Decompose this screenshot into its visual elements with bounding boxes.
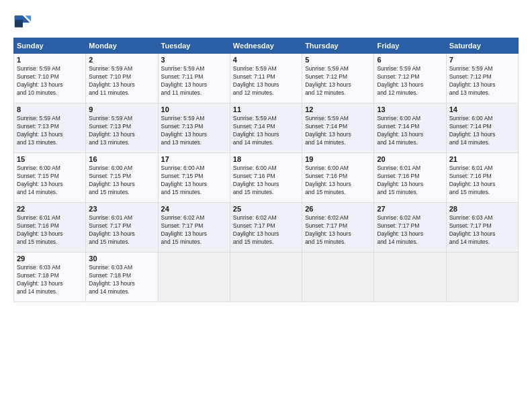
table-row: 28Sunrise: 6:03 AMSunset: 7:17 PMDayligh… [446,203,518,253]
day-number: 12 [305,105,371,113]
day-number: 16 [89,155,154,163]
day-info: Sunrise: 6:00 AMSunset: 7:16 PMDaylight:… [305,165,371,197]
day-info: Sunrise: 6:00 AMSunset: 7:14 PMDaylight:… [377,115,443,147]
weekday-header-row: Sunday Monday Tuesday Wednesday Thursday… [14,38,519,54]
table-row: 8Sunrise: 5:59 AMSunset: 7:13 PMDaylight… [14,103,86,153]
day-number: 1 [17,56,83,64]
header-monday: Monday [86,38,158,54]
day-info: Sunrise: 5:59 AMSunset: 7:12 PMDaylight:… [449,65,515,97]
table-row [158,253,230,302]
table-row: 20Sunrise: 6:01 AMSunset: 7:16 PMDayligh… [374,153,446,203]
table-row: 19Sunrise: 6:00 AMSunset: 7:16 PMDayligh… [302,153,374,203]
calendar-week-2: 8Sunrise: 5:59 AMSunset: 7:13 PMDaylight… [14,103,519,153]
table-row: 25Sunrise: 6:02 AMSunset: 7:17 PMDayligh… [230,203,302,253]
day-info: Sunrise: 5:59 AMSunset: 7:11 PMDaylight:… [233,65,299,97]
day-number: 15 [17,155,83,163]
day-info: Sunrise: 6:00 AMSunset: 7:15 PMDaylight:… [161,165,227,197]
day-info: Sunrise: 6:01 AMSunset: 7:16 PMDaylight:… [449,165,515,197]
logo-icon [13,12,32,31]
day-number: 23 [89,205,154,213]
day-info: Sunrise: 6:01 AMSunset: 7:16 PMDaylight:… [17,214,83,246]
day-info: Sunrise: 5:59 AMSunset: 7:10 PMDaylight:… [89,65,154,97]
svg-rect-4 [15,15,23,19]
header [13,12,519,31]
day-number: 8 [17,105,83,113]
calendar-page: Sunday Monday Tuesday Wednesday Thursday… [0,0,532,411]
table-row: 7Sunrise: 5:59 AMSunset: 7:12 PMDaylight… [446,54,518,103]
table-row: 4Sunrise: 5:59 AMSunset: 7:11 PMDaylight… [230,54,302,103]
day-info: Sunrise: 6:01 AMSunset: 7:17 PMDaylight:… [89,214,154,246]
day-number: 13 [377,105,443,113]
day-number: 4 [233,56,299,64]
calendar-week-1: 1Sunrise: 5:59 AMSunset: 7:10 PMDaylight… [14,54,519,103]
calendar-week-3: 15Sunrise: 6:00 AMSunset: 7:15 PMDayligh… [14,153,519,203]
day-info: Sunrise: 5:59 AMSunset: 7:10 PMDaylight:… [17,65,83,97]
table-row: 13Sunrise: 6:00 AMSunset: 7:14 PMDayligh… [374,103,446,153]
day-info: Sunrise: 5:59 AMSunset: 7:14 PMDaylight:… [233,115,299,147]
day-info: Sunrise: 5:59 AMSunset: 7:12 PMDaylight:… [377,65,443,97]
table-row [230,253,302,302]
header-saturday: Saturday [446,38,518,54]
calendar-week-5: 29Sunrise: 6:03 AMSunset: 7:18 PMDayligh… [14,253,519,302]
header-sunday: Sunday [14,38,86,54]
calendar-week-4: 22Sunrise: 6:01 AMSunset: 7:16 PMDayligh… [14,203,519,253]
table-row: 18Sunrise: 6:00 AMSunset: 7:16 PMDayligh… [230,153,302,203]
day-number: 10 [161,105,227,113]
day-info: Sunrise: 6:02 AMSunset: 7:17 PMDaylight:… [161,214,227,246]
table-row: 5Sunrise: 5:59 AMSunset: 7:12 PMDaylight… [302,54,374,103]
table-row: 11Sunrise: 5:59 AMSunset: 7:14 PMDayligh… [230,103,302,153]
day-number: 14 [449,105,515,113]
day-info: Sunrise: 6:00 AMSunset: 7:16 PMDaylight:… [233,165,299,197]
day-info: Sunrise: 5:59 AMSunset: 7:11 PMDaylight:… [161,65,227,97]
day-number: 17 [161,155,227,163]
day-info: Sunrise: 6:03 AMSunset: 7:17 PMDaylight:… [449,214,515,246]
table-row: 9Sunrise: 5:59 AMSunset: 7:13 PMDaylight… [86,103,158,153]
day-info: Sunrise: 5:59 AMSunset: 7:13 PMDaylight:… [161,115,227,147]
table-row: 16Sunrise: 6:00 AMSunset: 7:15 PMDayligh… [86,153,158,203]
day-number: 5 [305,56,371,64]
day-info: Sunrise: 6:02 AMSunset: 7:17 PMDaylight:… [305,214,371,246]
calendar-table: Sunday Monday Tuesday Wednesday Thursday… [13,38,519,302]
day-number: 25 [233,205,299,213]
day-number: 9 [89,105,154,113]
day-info: Sunrise: 6:01 AMSunset: 7:16 PMDaylight:… [377,165,443,197]
table-row: 24Sunrise: 6:02 AMSunset: 7:17 PMDayligh… [158,203,230,253]
table-row: 17Sunrise: 6:00 AMSunset: 7:15 PMDayligh… [158,153,230,203]
day-number: 27 [377,205,443,213]
day-number: 26 [305,205,371,213]
day-info: Sunrise: 6:02 AMSunset: 7:17 PMDaylight:… [233,214,299,246]
header-thursday: Thursday [302,38,374,54]
day-info: Sunrise: 6:00 AMSunset: 7:15 PMDaylight:… [17,165,83,197]
header-wednesday: Wednesday [230,38,302,54]
day-number: 30 [89,255,154,263]
day-number: 20 [377,155,443,163]
table-row: 2Sunrise: 5:59 AMSunset: 7:10 PMDaylight… [86,54,158,103]
logo [13,12,35,31]
table-row: 6Sunrise: 5:59 AMSunset: 7:12 PMDaylight… [374,54,446,103]
day-info: Sunrise: 6:02 AMSunset: 7:17 PMDaylight:… [377,214,443,246]
day-number: 18 [233,155,299,163]
table-row: 1Sunrise: 5:59 AMSunset: 7:10 PMDaylight… [14,54,86,103]
table-row: 22Sunrise: 6:01 AMSunset: 7:16 PMDayligh… [14,203,86,253]
table-row: 29Sunrise: 6:03 AMSunset: 7:18 PMDayligh… [14,253,86,302]
table-row [302,253,374,302]
day-number: 6 [377,56,443,64]
table-row: 26Sunrise: 6:02 AMSunset: 7:17 PMDayligh… [302,203,374,253]
day-number: 11 [233,105,299,113]
day-number: 7 [449,56,515,64]
day-number: 22 [17,205,83,213]
table-row: 27Sunrise: 6:02 AMSunset: 7:17 PMDayligh… [374,203,446,253]
header-friday: Friday [374,38,446,54]
day-number: 3 [161,56,227,64]
day-number: 2 [89,56,154,64]
table-row: 12Sunrise: 5:59 AMSunset: 7:14 PMDayligh… [302,103,374,153]
day-info: Sunrise: 6:03 AMSunset: 7:18 PMDaylight:… [17,264,83,296]
day-info: Sunrise: 5:59 AMSunset: 7:14 PMDaylight:… [305,115,371,147]
table-row: 10Sunrise: 5:59 AMSunset: 7:13 PMDayligh… [158,103,230,153]
table-row [374,253,446,302]
day-info: Sunrise: 5:59 AMSunset: 7:13 PMDaylight:… [17,115,83,147]
day-number: 21 [449,155,515,163]
day-info: Sunrise: 6:00 AMSunset: 7:14 PMDaylight:… [449,115,515,147]
day-info: Sunrise: 6:03 AMSunset: 7:18 PMDaylight:… [89,264,154,296]
day-number: 19 [305,155,371,163]
